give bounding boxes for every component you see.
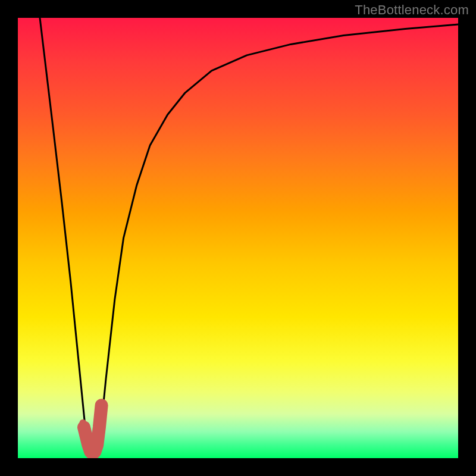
plot-area: [18, 18, 458, 458]
plot-svg: [18, 18, 458, 458]
bottleneck-curve: [40, 18, 458, 454]
highlight-segment: [84, 405, 102, 453]
highlight-point: [80, 419, 87, 427]
chart-container: TheBottleneck.com: [0, 0, 476, 476]
watermark-label: TheBottleneck.com: [355, 2, 469, 18]
